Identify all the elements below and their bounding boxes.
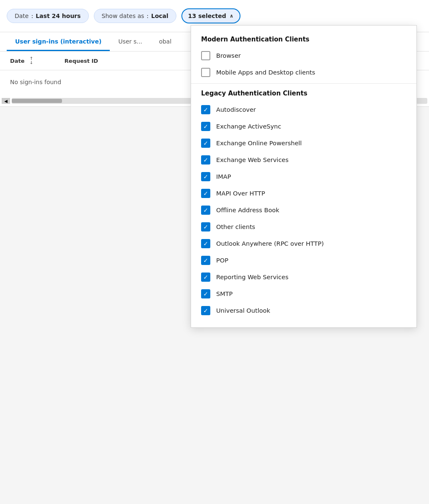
date-filter-value: Last 24 hours <box>36 13 80 19</box>
left-arrow-icon: ◀ <box>4 99 8 103</box>
exchange-online-powershell-checkbox[interactable] <box>201 139 210 148</box>
legacy-auth-section-header: Legacy Authentication Clients <box>191 86 416 101</box>
imap-item[interactable]: IMAP <box>191 168 416 185</box>
exchange-web-services-checkbox[interactable] <box>201 155 210 165</box>
modern-auth-section-header: Modern Authentication Clients <box>191 32 416 47</box>
client-app-dropdown: Modern Authentication Clients Browser Mo… <box>191 25 417 328</box>
universal-outlook-label: Universal Outlook <box>216 307 270 314</box>
request-id-column-header: Request ID <box>65 58 98 64</box>
offline-address-book-checkbox[interactable] <box>201 206 210 215</box>
mobile-desktop-label: Mobile Apps and Desktop clients <box>216 69 315 76</box>
autodiscover-checkbox[interactable] <box>201 105 210 114</box>
reporting-web-services-label: Reporting Web Services <box>216 274 288 280</box>
tab-obal[interactable]: obal <box>150 32 180 51</box>
date-filter-key: Date <box>15 13 28 19</box>
universal-outlook-item[interactable]: Universal Outlook <box>191 302 416 319</box>
mapi-over-http-label: MAPI Over HTTP <box>216 190 265 197</box>
mobile-desktop-checkbox[interactable] <box>201 68 210 77</box>
exchange-activesync-checkbox[interactable] <box>201 122 210 131</box>
outlook-anywhere-label: Outlook Anywhere (RPC over HTTP) <box>216 240 324 247</box>
exchange-online-powershell-label: Exchange Online Powershell <box>216 140 302 147</box>
show-dates-filter-key: Show dates as <box>102 13 144 19</box>
smtp-checkbox[interactable] <box>201 289 210 298</box>
chevron-up-icon: ∧ <box>230 13 234 19</box>
mapi-over-http-item[interactable]: MAPI Over HTTP <box>191 185 416 202</box>
other-clients-checkbox[interactable] <box>201 222 210 231</box>
smtp-item[interactable]: SMTP <box>191 285 416 302</box>
exchange-web-services-item[interactable]: Exchange Web Services <box>191 152 416 168</box>
pop-checkbox[interactable] <box>201 256 210 265</box>
offline-address-book-label: Offline Address Book <box>216 207 279 213</box>
tab-noninteractive[interactable]: User s... <box>110 32 150 51</box>
pop-label: POP <box>216 257 228 264</box>
exchange-web-services-label: Exchange Web Services <box>216 157 289 163</box>
mapi-over-http-checkbox[interactable] <box>201 189 210 198</box>
other-clients-item[interactable]: Other clients <box>191 219 416 235</box>
show-dates-filter-pill[interactable]: Show dates as : Local <box>94 9 176 23</box>
imap-checkbox[interactable] <box>201 172 210 181</box>
autodiscover-item[interactable]: Autodiscover <box>191 101 416 118</box>
show-dates-separator: : <box>147 13 149 19</box>
empty-message: No sign-ins found <box>10 79 61 85</box>
outlook-anywhere-item[interactable]: Outlook Anywhere (RPC over HTTP) <box>191 235 416 252</box>
mobile-desktop-item[interactable]: Mobile Apps and Desktop clients <box>191 64 416 81</box>
outlook-anywhere-checkbox[interactable] <box>201 239 210 248</box>
reporting-web-services-item[interactable]: Reporting Web Services <box>191 269 416 285</box>
reporting-web-services-checkbox[interactable] <box>201 273 210 282</box>
date-filter-separator: : <box>31 13 33 19</box>
autodiscover-label: Autodiscover <box>216 106 256 113</box>
exchange-activesync-label: Exchange ActiveSync <box>216 123 281 130</box>
tab-interactive[interactable]: User sign-ins (interactive) <box>7 32 110 51</box>
exchange-activesync-item[interactable]: Exchange ActiveSync <box>191 118 416 135</box>
show-dates-filter-value: Local <box>151 13 168 19</box>
date-column-header[interactable]: Date <box>10 58 25 64</box>
imap-label: IMAP <box>216 173 231 180</box>
selected-count-label: 13 selected <box>188 13 226 19</box>
date-sort-icon[interactable]: ↑↓ <box>30 57 33 65</box>
browser-item[interactable]: Browser <box>191 47 416 64</box>
offline-address-book-item[interactable]: Offline Address Book <box>191 202 416 219</box>
other-clients-label: Other clients <box>216 224 255 230</box>
date-filter-pill[interactable]: Date : Last 24 hours <box>7 9 89 23</box>
browser-label: Browser <box>216 52 241 59</box>
client-app-filter-pill[interactable]: 13 selected ∧ <box>181 8 240 23</box>
smtp-label: SMTP <box>216 291 233 297</box>
scrollbar-thumb[interactable] <box>12 99 62 103</box>
section-divider <box>191 83 416 84</box>
exchange-online-powershell-item[interactable]: Exchange Online Powershell <box>191 135 416 152</box>
browser-checkbox[interactable] <box>201 51 210 60</box>
scroll-left-arrow[interactable]: ◀ <box>2 98 10 104</box>
universal-outlook-checkbox[interactable] <box>201 306 210 315</box>
pop-item[interactable]: POP <box>191 252 416 269</box>
